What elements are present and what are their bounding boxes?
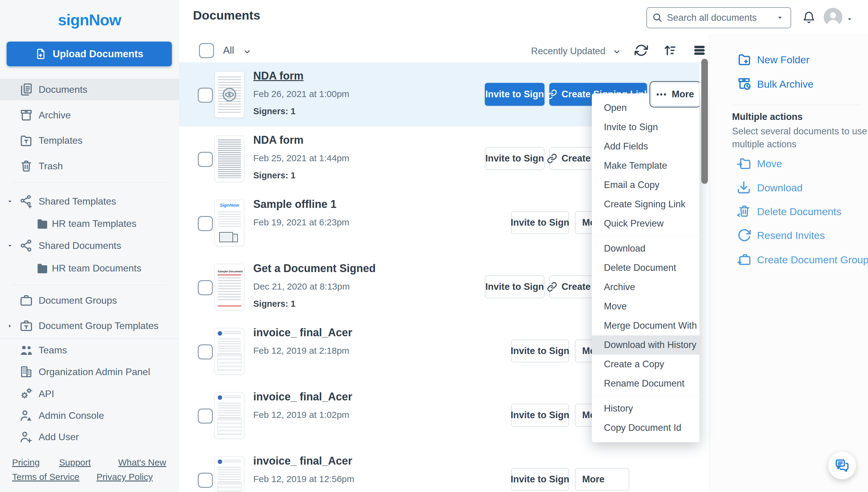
document-thumbnail[interactable] — [215, 136, 244, 182]
sidebar-item-document-groups[interactable]: Document Groups — [0, 290, 179, 311]
menu-item-move[interactable]: Move — [592, 297, 700, 316]
sidebar-item-document-group-templates[interactable]: Document Group Templates — [0, 315, 179, 337]
documents-icon — [19, 82, 33, 96]
search-dropdown-caret-icon[interactable] — [776, 14, 784, 22]
sidebar-item-shared-documents[interactable]: Shared Documents — [0, 235, 179, 256]
row-checkbox[interactable] — [198, 473, 213, 488]
document-thumbnail[interactable] — [215, 328, 244, 374]
menu-item-make-template[interactable]: Make Template — [592, 156, 700, 175]
document-title[interactable]: invoice_ final_Acer — [253, 391, 352, 403]
invite-to-sign-button[interactable]: Invite to Sign — [511, 340, 569, 363]
panel-action-create-document-group[interactable]: Create Document Group — [709, 249, 868, 270]
document-thumbnail[interactable]: Sample Document — [215, 264, 244, 310]
footer-link-terms-of-service[interactable]: Terms of Service — [12, 472, 79, 482]
menu-item-create-a-copy[interactable]: Create a Copy — [592, 354, 700, 374]
document-title[interactable]: Sample offline 1 — [253, 198, 336, 211]
row-checkbox[interactable] — [198, 152, 213, 167]
menu-item-rename-document[interactable]: Rename Document — [592, 374, 700, 393]
menu-item-merge-document-with[interactable]: Merge Document With — [592, 316, 700, 335]
invite-to-sign-button[interactable]: Invite to Sign — [485, 147, 544, 170]
sort-chevron-down-icon[interactable] — [613, 48, 621, 56]
menu-item-download-with-history[interactable]: Download with History — [592, 335, 700, 354]
document-title[interactable]: Get a Document Signed — [253, 262, 376, 275]
more-button[interactable]: More — [575, 468, 629, 491]
row-checkbox[interactable] — [198, 88, 213, 103]
sort-direction-icon[interactable] — [663, 43, 677, 57]
sidebar-item-add-user[interactable]: Add User — [0, 426, 179, 448]
invite-to-sign-button[interactable]: Invite to Sign — [511, 404, 569, 427]
menu-item-quick-preview[interactable]: Quick Preview — [592, 214, 700, 233]
sidebar-item-hr-team-documents[interactable]: HR team Documents — [0, 257, 179, 279]
upload-documents-button[interactable]: Upload Documents — [7, 42, 172, 66]
panel-action-bulk-archive[interactable]: Bulk Archive — [709, 73, 868, 95]
panel-action-download[interactable]: Download — [709, 176, 868, 198]
thumbnail-text-lines — [224, 396, 241, 399]
sidebar-item-templates[interactable]: Templates — [0, 129, 179, 151]
sidebar-item-teams[interactable]: Teams — [0, 339, 179, 361]
document-thumbnail[interactable] — [215, 457, 244, 492]
thumbnail-text-lines — [218, 277, 241, 302]
footer-link-privacy-policy[interactable]: Privacy Policy — [96, 472, 153, 482]
multiple-actions-title: Multiple actions — [732, 112, 803, 122]
document-title[interactable]: invoice_ final_Acer — [253, 326, 352, 339]
refresh-icon[interactable] — [634, 43, 648, 57]
document-title[interactable]: NDA form — [253, 70, 304, 82]
menu-item-copy-document-id[interactable]: Copy Document Id — [592, 418, 700, 438]
filter-chevron-down-icon[interactable] — [243, 48, 252, 56]
sidebar-item-admin-console[interactable]: Admin Console — [0, 404, 179, 426]
thumbnail-text-lines — [224, 460, 241, 463]
row-checkbox[interactable] — [198, 216, 213, 231]
row-checkbox[interactable] — [198, 344, 213, 360]
caret-right-icon — [7, 323, 13, 329]
sidebar-item-hr-team-templates[interactable]: HR team Templates — [0, 213, 179, 235]
sidebar-item-shared-templates[interactable]: Shared Templates — [0, 190, 179, 212]
document-title[interactable]: NDA form — [253, 134, 304, 146]
menu-item-history[interactable]: History — [592, 399, 700, 418]
menu-item-delete-document[interactable]: Delete Document — [592, 258, 700, 277]
menu-item-add-fields[interactable]: Add Fields — [592, 137, 700, 156]
sidebar-item-organization-admin-panel[interactable]: Organization Admin Panel — [0, 361, 179, 383]
invite-to-sign-button[interactable]: Invite to Sign — [485, 83, 544, 106]
document-thumbnail[interactable] — [215, 392, 244, 439]
menu-item-archive[interactable]: Archive — [592, 277, 700, 297]
panel-action-delete-documents[interactable]: Delete Documents — [709, 200, 868, 222]
document-thumbnail[interactable]: SignNow — [215, 200, 244, 246]
document-title[interactable]: invoice_ final_Acer — [253, 454, 352, 467]
footer-link-support[interactable]: Support — [59, 457, 91, 468]
more-button[interactable]: More — [651, 83, 700, 106]
invite-to-sign-button[interactable]: Invite to Sign — [511, 211, 569, 234]
menu-item-create-signing-link[interactable]: Create Signing Link — [592, 195, 700, 214]
list-scrollbar-thumb[interactable] — [701, 59, 708, 184]
footer-link-pricing[interactable]: Pricing — [12, 457, 40, 468]
menu-item-invite-to-sign[interactable]: Invite to Sign — [592, 118, 700, 137]
row-checkbox[interactable] — [198, 409, 213, 424]
row-checkbox[interactable] — [198, 280, 213, 295]
menu-item-download[interactable]: Download — [592, 239, 700, 258]
panel-action-label: New Folder — [757, 54, 810, 66]
notifications-bell-icon[interactable] — [802, 10, 816, 24]
sort-order-dropdown[interactable]: Recently Updated — [530, 46, 605, 57]
sidebar-item-archive[interactable]: Archive — [0, 104, 179, 126]
avatar[interactable] — [824, 8, 842, 26]
invite-to-sign-button[interactable]: Invite to Sign — [511, 468, 569, 491]
invite-to-sign-button[interactable]: Invite to Sign — [485, 275, 544, 298]
search-input[interactable] — [666, 10, 770, 25]
sidebar-item-api[interactable]: API — [0, 383, 179, 404]
select-all-checkbox[interactable] — [199, 43, 214, 58]
rows-view-icon[interactable] — [693, 43, 706, 57]
chat-fab[interactable] — [828, 452, 856, 479]
chat-icon — [835, 458, 850, 473]
panel-action-new-folder[interactable]: New Folder — [709, 49, 868, 70]
sidebar-item-documents[interactable]: Documents — [0, 79, 179, 100]
account-menu-caret-icon[interactable] — [846, 16, 853, 23]
sidebar-item-trash[interactable]: Trash — [0, 155, 179, 177]
panel-action-move[interactable]: Move — [709, 152, 868, 174]
menu-item-email-a-copy[interactable]: Email a Copy — [592, 175, 700, 195]
search-box[interactable] — [647, 7, 791, 28]
panel-action-resend-invites[interactable]: Resend Invites — [709, 224, 868, 246]
filter-all-dropdown[interactable]: All — [223, 45, 234, 56]
footer-link-what-s-new[interactable]: What's New — [118, 457, 166, 468]
document-thumbnail[interactable] — [215, 71, 244, 118]
sidebar-item-label: Archive — [39, 109, 71, 121]
thumbnail-text-lines — [218, 140, 241, 178]
